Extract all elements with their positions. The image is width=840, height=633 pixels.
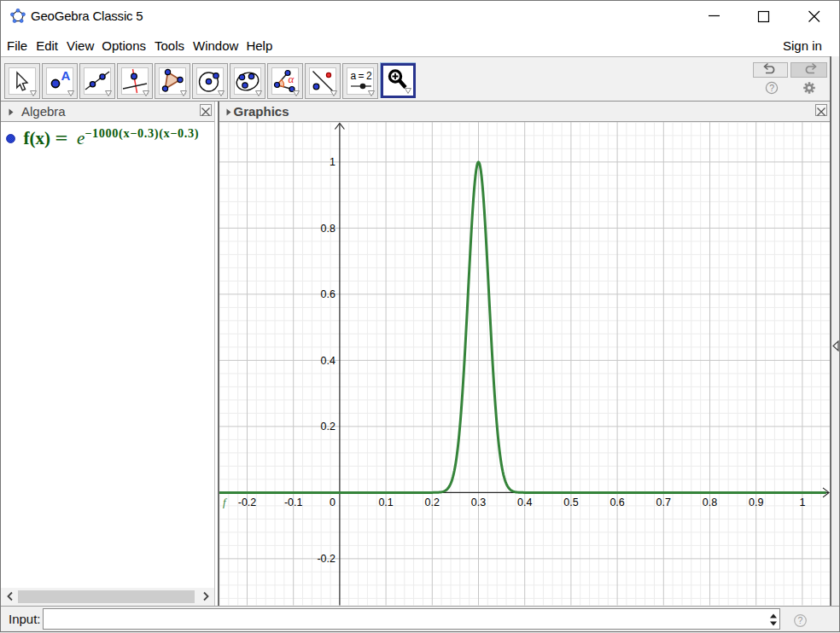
svg-text:?: ?	[769, 83, 774, 93]
svg-text:0.7: 0.7	[656, 497, 670, 508]
svg-text:0.4: 0.4	[320, 355, 335, 367]
svg-text:a = 2: a = 2	[351, 70, 372, 82]
svg-text:0.5: 0.5	[563, 497, 578, 508]
svg-text:0: 0	[330, 497, 335, 508]
svg-text:0.8: 0.8	[702, 497, 716, 508]
svg-text:?: ?	[798, 615, 803, 625]
svg-text:1: 1	[330, 156, 335, 168]
svg-text:-0.1: -0.1	[283, 497, 302, 508]
svg-text:0.1: 0.1	[378, 497, 393, 508]
svg-text:0.4: 0.4	[517, 497, 532, 508]
svg-text:-0.2: -0.2	[317, 553, 335, 565]
svg-text:0.9: 0.9	[749, 497, 763, 508]
svg-text:0.2: 0.2	[320, 421, 335, 433]
svg-text:0.6: 0.6	[320, 288, 335, 300]
svg-text:0.2: 0.2	[424, 497, 439, 508]
svg-text:1: 1	[799, 497, 805, 508]
svg-text:-0.2: -0.2	[237, 497, 256, 508]
svg-text:0.3: 0.3	[470, 497, 485, 508]
svg-text:0.6: 0.6	[610, 497, 624, 508]
svg-text:A: A	[61, 68, 71, 83]
svg-text:0.8: 0.8	[320, 223, 335, 235]
